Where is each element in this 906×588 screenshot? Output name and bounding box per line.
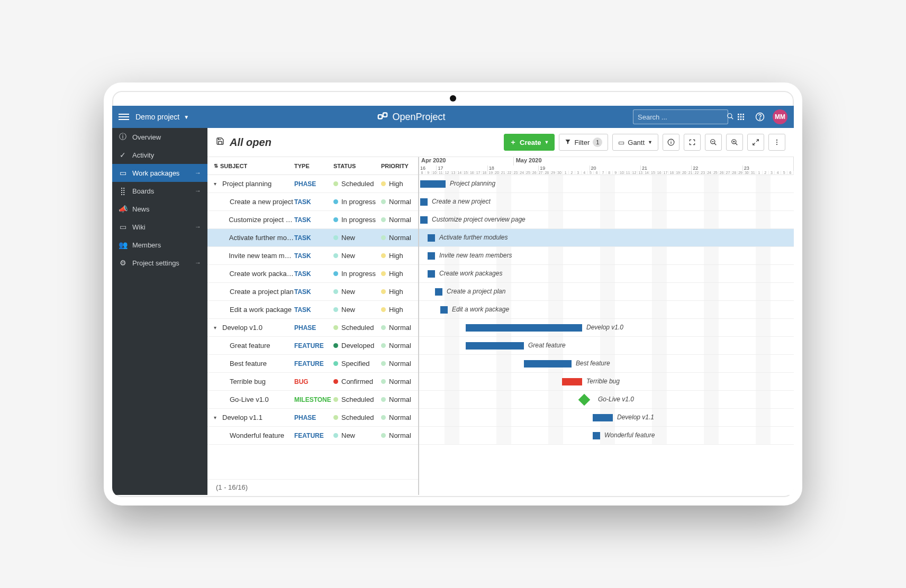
gantt-bar[interactable] [428, 252, 435, 260]
table-row[interactable]: ▾ Develop v1.0 PHASE Scheduled Normal [207, 319, 418, 337]
col-type[interactable]: TYPE [294, 163, 333, 169]
zoom-out-button[interactable] [705, 134, 722, 151]
sidebar-item-label: Overview [132, 133, 161, 141]
expand-caret-icon[interactable]: ▾ [214, 181, 219, 187]
table-row[interactable]: Best feature FEATURE Specified Normal [207, 355, 418, 373]
gantt-bar[interactable] [435, 288, 442, 296]
sidebar-icon: ⚙ [119, 259, 127, 267]
sidebar-item-activity[interactable]: ✓ Activity [112, 146, 207, 164]
gantt-row[interactable]: Terrible bug [419, 373, 794, 391]
gantt-row[interactable]: Invite new team members [419, 247, 794, 265]
hamburger-menu-icon[interactable] [119, 114, 129, 120]
table-row[interactable]: Create work packages TASK In progress Hi… [207, 265, 418, 283]
priority-cell: Normal [381, 360, 415, 368]
table-row[interactable]: Terrible bug BUG Confirmed Normal [207, 373, 418, 391]
status-cell: In progress [333, 198, 381, 206]
priority-cell: Normal [381, 396, 415, 403]
table-row[interactable]: Activate further modules TASK New Normal [207, 229, 418, 247]
gantt-row[interactable]: Best feature [419, 355, 794, 373]
sidebar: ⓘ Overview ✓ Activity ▭ Work packages →⣿… [112, 128, 207, 495]
subject-text: Create work packages [229, 270, 294, 278]
status-text: New [341, 252, 355, 260]
gantt-row[interactable]: Activate further modules [419, 229, 794, 247]
table-row[interactable]: Invite new team membe… TASK New High [207, 247, 418, 265]
gantt-day-label: 23 [513, 171, 519, 175]
sidebar-item-boards[interactable]: ⣿ Boards → [112, 182, 207, 200]
gantt-row[interactable]: Create a project plan [419, 283, 794, 301]
search-icon[interactable] [727, 113, 734, 122]
table-row[interactable]: Great feature FEATURE Developed Normal [207, 337, 418, 355]
gantt-bar[interactable] [593, 414, 613, 421]
sidebar-item-wiki[interactable]: ▭ Wiki → [112, 218, 207, 236]
apps-grid-icon[interactable] [735, 111, 747, 123]
search-box[interactable] [633, 109, 728, 124]
gantt-day-label: 5 [588, 171, 594, 175]
gantt-bar[interactable] [562, 378, 582, 385]
gantt-row[interactable]: Create work packages [419, 265, 794, 283]
create-button[interactable]: ＋ Create ▼ [504, 134, 555, 151]
priority-cell: High [381, 180, 415, 188]
table-row[interactable]: ▾ Project planning PHASE Scheduled High [207, 175, 418, 193]
save-icon[interactable] [216, 137, 224, 148]
gantt-row[interactable]: Project planning [419, 175, 794, 193]
gantt-row[interactable]: Develop v1.0 [419, 319, 794, 337]
filter-button[interactable]: Filter 1 [559, 134, 608, 151]
gantt-day-label: 24 [706, 171, 713, 175]
gantt-bar[interactable] [440, 306, 448, 314]
gantt-row[interactable]: Edit a work package [419, 301, 794, 319]
gantt-row[interactable]: Develop v1.1 [419, 409, 794, 427]
sidebar-item-project-settings[interactable]: ⚙ Project settings → [112, 254, 207, 272]
sidebar-item-work-packages[interactable]: ▭ Work packages → [112, 164, 207, 182]
expand-caret-icon[interactable]: ▾ [214, 325, 219, 330]
col-subject[interactable]: ⇅ SUBJECT [210, 163, 294, 169]
table-row[interactable]: Edit a work package TASK New High [207, 301, 418, 319]
priority-dot-icon [381, 307, 386, 312]
gantt-toggle[interactable]: ▭ Gantt ▼ [612, 134, 658, 151]
gantt-bar[interactable] [578, 394, 591, 406]
search-input[interactable] [638, 113, 727, 121]
more-menu-button[interactable] [768, 134, 785, 151]
col-status[interactable]: STATUS [333, 163, 381, 169]
gantt-row[interactable]: Go-Live v1.0 [419, 391, 794, 409]
gantt-bar[interactable] [466, 324, 582, 332]
gantt-row[interactable]: Wonderful feature [419, 427, 794, 445]
gantt-bar[interactable] [420, 216, 428, 224]
gantt-bar[interactable] [428, 234, 435, 242]
table-row[interactable]: ▾ Develop v1.1 PHASE Scheduled Normal [207, 409, 418, 427]
priority-dot-icon [381, 199, 386, 204]
filter-icon [565, 139, 571, 146]
expand-caret-icon[interactable]: ▾ [214, 415, 219, 420]
gantt-bar[interactable] [524, 360, 572, 368]
gantt-row[interactable]: Great feature [419, 337, 794, 355]
fullscreen-button[interactable] [684, 134, 701, 151]
gantt-bar[interactable] [593, 432, 600, 439]
project-selector[interactable]: Demo project ▼ [135, 113, 189, 121]
gantt-bar[interactable] [420, 180, 446, 188]
gantt-body: Project planningCreate a new projectCust… [419, 175, 794, 445]
table-row[interactable]: Create a project plan TASK New High [207, 283, 418, 301]
table-row[interactable]: Wonderful feature FEATURE New Normal [207, 427, 418, 445]
table-row[interactable]: Create a new project TASK In progress No… [207, 193, 418, 211]
expand-button[interactable] [747, 134, 764, 151]
col-priority[interactable]: PRIORITY [381, 163, 415, 169]
table-row[interactable]: Customize project overv… TASK In progres… [207, 211, 418, 229]
gantt-day-label: 27 [725, 171, 731, 175]
gantt-bar[interactable] [420, 198, 428, 206]
info-button[interactable] [663, 134, 680, 151]
type-cell: BUG [294, 378, 333, 385]
gantt-row[interactable]: Create a new project [419, 193, 794, 211]
avatar[interactable]: MM [773, 109, 787, 124]
sidebar-item-overview[interactable]: ⓘ Overview [112, 128, 207, 146]
zoom-in-button[interactable] [726, 134, 743, 151]
table-pane: ⇅ SUBJECT TYPE STATUS PRIORITY ▾ Project… [207, 157, 419, 495]
table-row[interactable]: Go-Live v1.0 MILESTONE Scheduled Normal [207, 391, 418, 409]
sidebar-item-news[interactable]: 📣 News [112, 200, 207, 218]
type-cell: PHASE [294, 324, 333, 332]
status-cell: New [333, 252, 381, 260]
sidebar-item-label: Boards [132, 187, 154, 195]
gantt-bar[interactable] [428, 270, 435, 278]
gantt-bar[interactable] [466, 342, 524, 350]
help-icon[interactable] [754, 111, 766, 123]
sidebar-item-members[interactable]: 👥 Members [112, 236, 207, 254]
gantt-row[interactable]: Customize project overview page [419, 211, 794, 229]
